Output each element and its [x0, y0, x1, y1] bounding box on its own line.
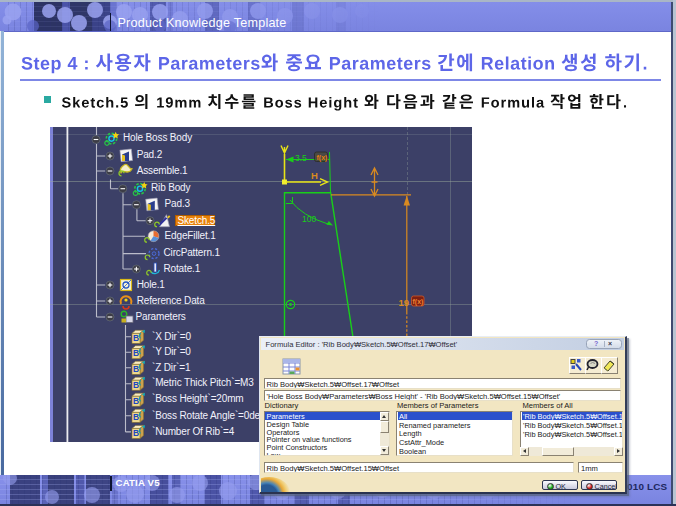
svg-text:100: 100 [302, 214, 316, 224]
svg-text:3.5: 3.5 [295, 153, 307, 163]
svg-text:B: B [133, 428, 139, 438]
svg-text:B: B [133, 348, 139, 358]
svg-text:B: B [133, 364, 139, 374]
svg-text:B: B [133, 396, 139, 406]
svg-text:B: B [133, 333, 139, 343]
svg-text:H: H [311, 170, 318, 181]
svg-text:f(x): f(x) [317, 154, 328, 162]
svg-text:f(x): f(x) [413, 298, 424, 306]
svg-text:B: B [133, 412, 139, 422]
svg-text:B: B [133, 380, 139, 390]
svg-text:19: 19 [399, 297, 410, 308]
